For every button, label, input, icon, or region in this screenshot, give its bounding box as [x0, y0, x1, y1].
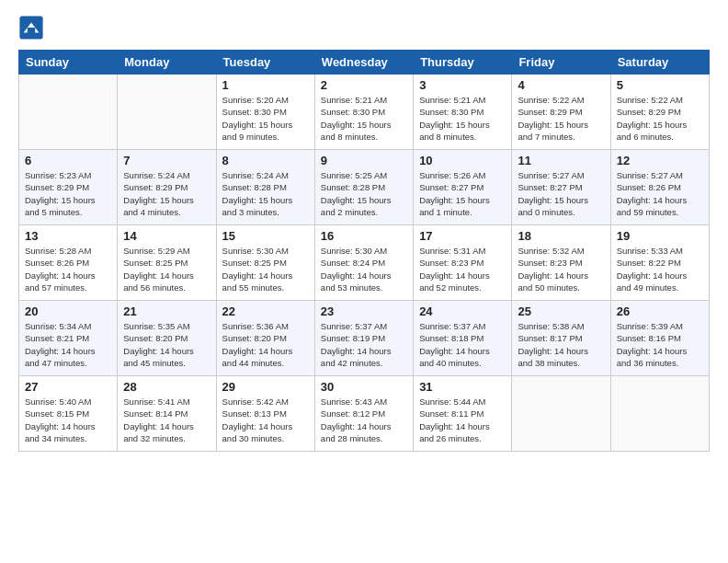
day-number: 28	[123, 380, 210, 394]
calendar-cell: 25Sunrise: 5:38 AMSunset: 8:17 PMDayligh…	[512, 301, 610, 376]
calendar-cell: 27Sunrise: 5:40 AMSunset: 8:15 PMDayligh…	[19, 376, 118, 452]
day-detail: Sunrise: 5:32 AMSunset: 8:23 PMDaylight:…	[518, 245, 604, 293]
day-detail: Sunrise: 5:22 AMSunset: 8:29 PMDaylight:…	[617, 94, 703, 143]
day-detail: Sunrise: 5:28 AMSunset: 8:26 PMDaylight:…	[25, 245, 111, 293]
calendar-cell: 29Sunrise: 5:42 AMSunset: 8:13 PMDayligh…	[216, 376, 314, 452]
calendar-cell: 22Sunrise: 5:36 AMSunset: 8:20 PMDayligh…	[216, 301, 314, 376]
column-header-tuesday: Tuesday	[216, 51, 314, 75]
day-detail: Sunrise: 5:23 AMSunset: 8:29 PMDaylight:…	[25, 169, 111, 218]
day-number: 23	[321, 304, 407, 318]
day-detail: Sunrise: 5:27 AMSunset: 8:26 PMDaylight:…	[617, 169, 703, 218]
calendar: SundayMondayTuesdayWednesdayThursdayFrid…	[18, 50, 710, 452]
day-number: 15	[222, 229, 309, 243]
day-detail: Sunrise: 5:34 AMSunset: 8:21 PMDaylight:…	[25, 320, 111, 369]
column-header-sunday: Sunday	[19, 51, 118, 75]
calendar-cell: 17Sunrise: 5:31 AMSunset: 8:23 PMDayligh…	[414, 225, 512, 301]
day-detail: Sunrise: 5:37 AMSunset: 8:18 PMDaylight:…	[419, 320, 506, 369]
day-number: 19	[617, 229, 703, 243]
calendar-cell	[610, 376, 709, 452]
day-detail: Sunrise: 5:21 AMSunset: 8:30 PMDaylight:…	[321, 94, 407, 143]
calendar-cell: 13Sunrise: 5:28 AMSunset: 8:26 PMDayligh…	[19, 225, 118, 301]
calendar-cell: 2Sunrise: 5:21 AMSunset: 8:30 PMDaylight…	[314, 75, 413, 150]
calendar-cell: 12Sunrise: 5:27 AMSunset: 8:26 PMDayligh…	[610, 150, 709, 225]
calendar-week-row: 1Sunrise: 5:20 AMSunset: 8:30 PMDaylight…	[19, 75, 710, 150]
calendar-cell: 1Sunrise: 5:20 AMSunset: 8:30 PMDaylight…	[216, 75, 314, 150]
calendar-cell: 26Sunrise: 5:39 AMSunset: 8:16 PMDayligh…	[610, 301, 709, 376]
day-detail: Sunrise: 5:42 AMSunset: 8:13 PMDaylight:…	[222, 396, 309, 444]
day-number: 9	[321, 154, 407, 167]
calendar-cell: 28Sunrise: 5:41 AMSunset: 8:14 PMDayligh…	[118, 376, 216, 452]
day-detail: Sunrise: 5:43 AMSunset: 8:12 PMDaylight:…	[321, 396, 407, 444]
calendar-cell: 14Sunrise: 5:29 AMSunset: 8:25 PMDayligh…	[118, 225, 216, 301]
day-number: 25	[518, 304, 604, 318]
day-detail: Sunrise: 5:41 AMSunset: 8:14 PMDaylight:…	[123, 396, 210, 444]
day-number: 10	[419, 154, 506, 167]
calendar-cell: 5Sunrise: 5:22 AMSunset: 8:29 PMDaylight…	[610, 75, 709, 150]
calendar-week-row: 13Sunrise: 5:28 AMSunset: 8:26 PMDayligh…	[19, 225, 710, 301]
day-number: 22	[222, 304, 309, 318]
day-number: 27	[25, 380, 111, 394]
day-detail: Sunrise: 5:25 AMSunset: 8:28 PMDaylight:…	[321, 169, 407, 218]
day-number: 18	[518, 229, 604, 243]
column-header-friday: Friday	[512, 51, 610, 75]
calendar-cell: 9Sunrise: 5:25 AMSunset: 8:28 PMDaylight…	[314, 150, 413, 225]
calendar-cell: 30Sunrise: 5:43 AMSunset: 8:12 PMDayligh…	[314, 376, 413, 452]
day-number: 26	[617, 304, 703, 318]
column-header-monday: Monday	[118, 51, 216, 75]
day-detail: Sunrise: 5:24 AMSunset: 8:28 PMDaylight:…	[222, 169, 309, 218]
calendar-cell: 7Sunrise: 5:24 AMSunset: 8:29 PMDaylight…	[118, 150, 216, 225]
day-detail: Sunrise: 5:24 AMSunset: 8:29 PMDaylight:…	[123, 169, 210, 218]
page: SundayMondayTuesdayWednesdayThursdayFrid…	[0, 0, 728, 461]
day-number: 29	[222, 380, 309, 394]
day-number: 1	[222, 78, 309, 92]
calendar-cell: 19Sunrise: 5:33 AMSunset: 8:22 PMDayligh…	[610, 225, 709, 301]
calendar-cell: 31Sunrise: 5:44 AMSunset: 8:11 PMDayligh…	[414, 376, 512, 452]
day-detail: Sunrise: 5:44 AMSunset: 8:11 PMDaylight:…	[419, 396, 506, 444]
calendar-cell: 15Sunrise: 5:30 AMSunset: 8:25 PMDayligh…	[216, 225, 314, 301]
day-number: 4	[518, 78, 604, 92]
day-number: 2	[321, 78, 407, 92]
calendar-cell: 20Sunrise: 5:34 AMSunset: 8:21 PMDayligh…	[19, 301, 118, 376]
header	[18, 15, 710, 40]
calendar-cell: 4Sunrise: 5:22 AMSunset: 8:29 PMDaylight…	[512, 75, 610, 150]
day-number: 13	[25, 229, 111, 243]
day-number: 21	[123, 304, 210, 318]
day-number: 20	[25, 304, 111, 318]
day-detail: Sunrise: 5:30 AMSunset: 8:24 PMDaylight:…	[321, 245, 407, 293]
day-detail: Sunrise: 5:27 AMSunset: 8:27 PMDaylight:…	[518, 169, 604, 218]
day-detail: Sunrise: 5:21 AMSunset: 8:30 PMDaylight:…	[419, 94, 506, 143]
calendar-cell: 6Sunrise: 5:23 AMSunset: 8:29 PMDaylight…	[19, 150, 118, 225]
calendar-cell: 21Sunrise: 5:35 AMSunset: 8:20 PMDayligh…	[118, 301, 216, 376]
day-detail: Sunrise: 5:29 AMSunset: 8:25 PMDaylight:…	[123, 245, 210, 293]
day-number: 24	[419, 304, 506, 318]
day-number: 11	[518, 154, 604, 167]
day-detail: Sunrise: 5:31 AMSunset: 8:23 PMDaylight:…	[419, 245, 506, 293]
day-number: 8	[222, 154, 309, 167]
calendar-cell	[19, 75, 118, 150]
day-detail: Sunrise: 5:30 AMSunset: 8:25 PMDaylight:…	[222, 245, 309, 293]
calendar-cell	[118, 75, 216, 150]
day-number: 14	[123, 229, 210, 243]
day-detail: Sunrise: 5:20 AMSunset: 8:30 PMDaylight:…	[222, 94, 309, 143]
day-detail: Sunrise: 5:22 AMSunset: 8:29 PMDaylight:…	[518, 94, 604, 143]
day-number: 7	[123, 154, 210, 167]
logo-icon	[18, 15, 44, 40]
day-detail: Sunrise: 5:40 AMSunset: 8:15 PMDaylight:…	[25, 396, 111, 444]
column-header-saturday: Saturday	[610, 51, 709, 75]
day-number: 12	[617, 154, 703, 167]
calendar-cell	[512, 376, 610, 452]
calendar-cell: 18Sunrise: 5:32 AMSunset: 8:23 PMDayligh…	[512, 225, 610, 301]
day-detail: Sunrise: 5:36 AMSunset: 8:20 PMDaylight:…	[222, 320, 309, 369]
day-number: 3	[419, 78, 506, 92]
svg-rect-2	[28, 28, 35, 34]
day-detail: Sunrise: 5:38 AMSunset: 8:17 PMDaylight:…	[518, 320, 604, 369]
day-number: 5	[617, 78, 703, 92]
day-detail: Sunrise: 5:26 AMSunset: 8:27 PMDaylight:…	[419, 169, 506, 218]
calendar-week-row: 27Sunrise: 5:40 AMSunset: 8:15 PMDayligh…	[19, 376, 710, 452]
calendar-header-row: SundayMondayTuesdayWednesdayThursdayFrid…	[19, 51, 710, 75]
column-header-wednesday: Wednesday	[314, 51, 413, 75]
day-number: 17	[419, 229, 506, 243]
day-number: 16	[321, 229, 407, 243]
day-detail: Sunrise: 5:39 AMSunset: 8:16 PMDaylight:…	[617, 320, 703, 369]
calendar-week-row: 6Sunrise: 5:23 AMSunset: 8:29 PMDaylight…	[19, 150, 710, 225]
